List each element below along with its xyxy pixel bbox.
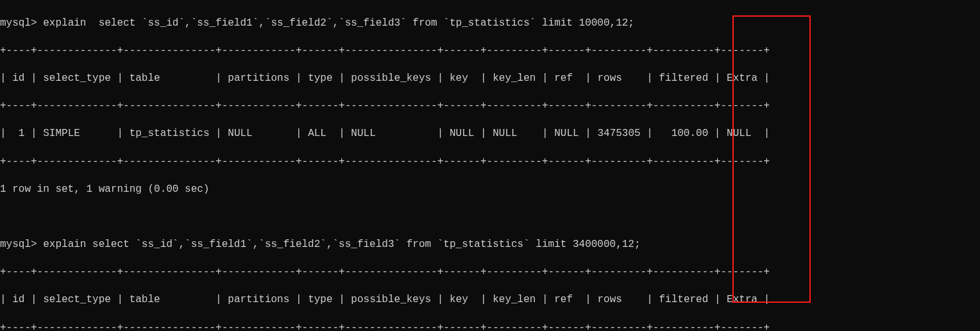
col-extra: Extra (727, 72, 757, 84)
col-filtered: filtered (659, 72, 708, 84)
col-type: type (308, 294, 332, 305)
col-rows: rows (597, 72, 621, 84)
cell-key: NULL (450, 128, 474, 139)
table-row: | 1 | SIMPLE | tp_statistics | NULL | AL… (0, 127, 980, 141)
cell-ref: NULL (554, 128, 579, 139)
prompt: mysql> (0, 17, 37, 29)
cell-select-type: SIMPLE (43, 128, 80, 139)
cell-partitions: NULL (228, 128, 252, 139)
col-possible-keys: possible_keys (351, 72, 431, 84)
col-select-type: select_type (43, 72, 111, 84)
col-possible-keys: possible_keys (351, 294, 431, 305)
blank-line (0, 210, 980, 225)
sql-command: explain select `ss_id`,`ss_field1`,`ss_f… (43, 239, 640, 250)
col-id: id (12, 72, 24, 84)
col-table: table (130, 294, 160, 305)
col-key-len: key_len (493, 72, 536, 84)
cell-filtered: 100.00 (672, 128, 709, 139)
result-footer: 1 row in set, 1 warning (0.00 sec) (0, 183, 980, 197)
col-extra: Extra (727, 294, 757, 305)
table-border: +----+-------------+---------------+----… (0, 44, 980, 58)
table-border: +----+-------------+---------------+----… (0, 321, 980, 331)
prompt: mysql> (0, 239, 37, 250)
table-border: +----+-------------+---------------+----… (0, 266, 980, 280)
sql-command: explain select `ss_id`,`ss_field1`,`ss_f… (43, 17, 634, 29)
query-line: mysql> explain select `ss_id`,`ss_field1… (0, 17, 980, 31)
col-ref: ref (554, 72, 573, 84)
table-header-row: | id | select_type | table | partitions … (0, 72, 980, 86)
table-header-row: | id | select_type | table | partitions … (0, 293, 980, 307)
col-partitions: partitions (228, 294, 289, 305)
col-id: id (12, 294, 24, 305)
col-table: table (130, 72, 160, 84)
table-border: +----+-------------+---------------+----… (0, 99, 980, 114)
cell-possible-keys: NULL (351, 128, 375, 139)
query-line: mysql> explain select `ss_id`,`ss_field1… (0, 238, 980, 252)
table-border: +----+-------------+---------------+----… (0, 155, 980, 169)
col-partitions: partitions (228, 72, 289, 84)
col-key: key (450, 294, 468, 305)
col-ref: ref (554, 294, 573, 305)
cell-type: ALL (308, 128, 326, 139)
cell-extra: NULL (727, 128, 751, 139)
mysql-terminal[interactable]: mysql> explain select `ss_id`,`ss_field1… (0, 0, 980, 331)
col-filtered: filtered (659, 294, 708, 305)
cell-key-len: NULL (493, 128, 517, 139)
col-rows: rows (597, 294, 621, 305)
col-key: key (450, 72, 468, 84)
cell-id: 1 (19, 128, 25, 139)
col-key-len: key_len (493, 294, 536, 305)
col-type: type (308, 72, 332, 84)
cell-table: tp_statistics (130, 128, 210, 139)
cell-rows: 3475305 (597, 128, 640, 139)
col-select-type: select_type (43, 294, 111, 305)
